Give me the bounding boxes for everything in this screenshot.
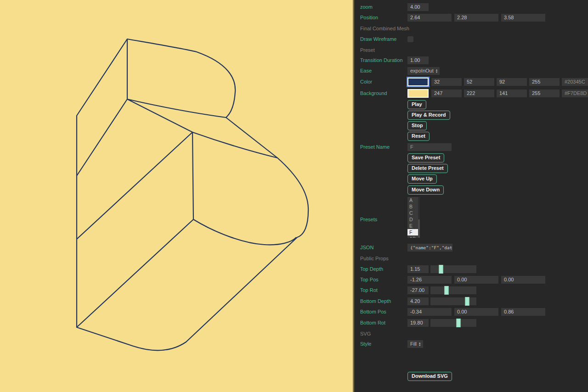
position-x-input[interactable]: 2.64 [407,14,452,22]
row-background: Background 247 222 141 255 #F7DE8D [354,90,588,98]
top-depth-input[interactable]: 1.15 [407,265,429,273]
play-and-record-button[interactable]: Play & Record [407,111,450,120]
style-label: Style [360,340,371,348]
row-draw-wireframe: Draw Wireframe [354,35,588,44]
mesh-internal-edges-path [77,39,296,327]
mesh-silhouette-path [77,39,308,351]
top-rot-slider-handle[interactable] [445,286,449,295]
preset-name-input[interactable]: F [407,143,452,151]
top-pos-y-input[interactable]: 0.00 [454,276,498,284]
3d-viewport[interactable] [0,0,353,392]
row-top-depth: Top Depth 1.15 [354,265,588,274]
bottom-depth-slider-handle[interactable] [465,297,469,306]
top-pos-x-input[interactable]: -1.26 [407,276,452,284]
bottom-pos-y-input[interactable]: 0.00 [454,308,498,316]
preset-section-label: Preset [360,46,375,54]
background-r-input[interactable]: 247 [431,90,462,97]
color-b-input[interactable]: 92 [497,78,527,86]
final-combined-mesh-section-label: Final Combined Mesh [360,25,409,33]
color-r-input[interactable]: 32 [431,78,462,86]
row-preset-name: Preset Name F [354,143,588,152]
control-panel: zoom 4.00 Position 2.64 2.28 3.58 Final … [354,0,588,392]
download-svg-button[interactable]: Download SVG [407,372,452,381]
row-position: Position 2.64 2.28 3.58 [354,14,588,22]
top-rot-slider[interactable] [430,286,476,294]
style-select[interactable]: Fill ▲▼ [407,340,423,348]
background-hex-value: #F7DE8D [562,90,588,97]
row-presets-list: A B C D E F AB [354,197,588,238]
row-json: JSON {"name":"F","data":[{ [354,244,588,252]
row-transition-duration: Transition Duration 1.00 [354,56,588,65]
style-select-value: Fill [410,340,417,348]
row-top-pos: Top Pos -1.26 0.00 0.00 [354,276,588,285]
row-bottom-depth: Bottom Depth 4.20 [354,297,588,306]
background-g-input[interactable]: 222 [464,90,494,97]
play-button[interactable]: Play [407,100,426,109]
color-label: Color [360,78,372,86]
top-depth-label: Top Depth [360,265,383,273]
top-rot-label: Top Rot [360,286,378,294]
svg-section-label: SVG [360,330,371,338]
background-label: Background [360,90,387,97]
select-arrows-icon: ▲▼ [435,69,438,73]
color-swatch[interactable] [407,78,429,86]
row-section-preset: Preset [354,46,588,55]
move-up-button[interactable]: Move Up [407,174,437,184]
color-hex-value: #20345C [562,78,588,86]
delete-preset-button[interactable]: Delete Preset [407,164,448,173]
bottom-depth-slider[interactable] [430,297,476,305]
draw-wireframe-label: Draw Wireframe [360,35,396,43]
json-label: JSON [360,244,373,252]
color-a-input[interactable]: 255 [529,78,560,86]
bottom-depth-label: Bottom Depth [360,297,391,305]
draw-wireframe-checkbox[interactable] [407,36,413,42]
save-preset-button[interactable]: Save Preset [407,153,444,162]
presets-listbox[interactable]: A B C D E F AB [407,197,420,238]
transition-duration-label: Transition Duration [360,56,403,64]
presets-scrollbar-thumb[interactable] [418,219,420,238]
background-swatch[interactable] [407,89,429,98]
zoom-label: zoom [360,3,373,11]
presets-scrollbar[interactable] [418,197,420,238]
row-section-svg: SVG [354,330,588,339]
bottom-depth-input[interactable]: 4.20 [407,297,429,305]
bottom-rot-slider[interactable] [430,319,476,327]
row-top-rot: Top Rot -27.00 [354,286,588,295]
top-rot-input[interactable]: -27.00 [407,286,429,294]
ease-select[interactable]: expoInOut ▲▼ [407,67,440,75]
color-g-input[interactable]: 52 [464,78,494,86]
select-arrows-icon: ▲▼ [418,342,421,347]
bottom-pos-label: Bottom Pos [360,308,386,316]
row-bottom-pos: Bottom Pos -0.34 0.00 0.86 [354,308,588,317]
top-pos-label: Top Pos [360,276,379,284]
top-depth-slider[interactable] [430,265,476,273]
stop-button[interactable]: Stop [407,121,427,130]
public-props-section-label: Public Props [360,255,389,263]
position-z-input[interactable]: 3.58 [501,14,545,22]
bottom-rot-label: Bottom Rot [360,319,385,327]
row-bottom-rot: Bottom Rot 19.80 [354,319,588,328]
bottom-rot-input[interactable]: 19.80 [407,319,429,327]
background-b-input[interactable]: 141 [497,90,527,97]
bottom-pos-z-input[interactable]: 0.86 [501,308,545,316]
move-down-button[interactable]: Move Down [407,185,444,195]
top-pos-z-input[interactable]: 0.00 [501,276,545,284]
background-a-input[interactable]: 255 [529,90,560,97]
row-ease: Ease expoInOut ▲▼ [354,67,588,76]
top-depth-slider-handle[interactable] [439,265,443,274]
position-y-input[interactable]: 2.28 [454,14,498,22]
bottom-rot-slider-handle[interactable] [457,319,461,327]
reset-button[interactable]: Reset [407,132,430,141]
json-input[interactable]: {"name":"F","data":[{ [407,244,452,252]
ease-label: Ease [360,67,372,75]
row-section-public-props: Public Props [354,255,588,263]
row-section-final-combined-mesh: Final Combined Mesh [354,25,588,34]
preset-name-label: Preset Name [360,143,390,151]
row-color: Color 32 52 92 255 #20345C [354,78,588,87]
zoom-input[interactable]: 4.00 [407,3,429,11]
letter-wireframe-drawing [0,0,353,392]
row-style: Style Fill ▲▼ [354,340,588,349]
position-label: Position [360,14,378,22]
transition-duration-input[interactable]: 1.00 [407,56,429,64]
bottom-pos-x-input[interactable]: -0.34 [407,308,452,316]
